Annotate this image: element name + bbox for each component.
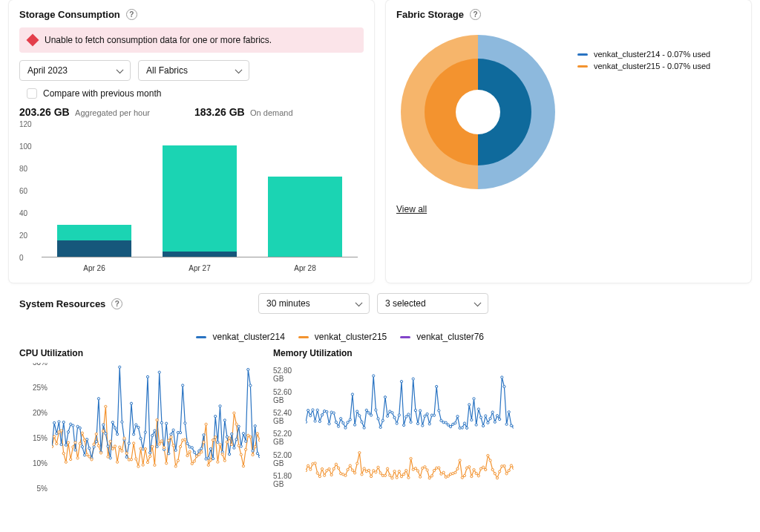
month-select[interactable]: April 2023	[19, 60, 131, 81]
svg-point-336	[459, 459, 461, 462]
svg-point-40	[144, 431, 146, 433]
svg-point-347	[485, 468, 487, 470]
svg-point-105	[86, 453, 88, 456]
svg-point-117	[114, 445, 116, 447]
help-icon[interactable]: ?	[470, 9, 481, 20]
svg-point-249	[465, 427, 468, 429]
svg-point-87	[254, 425, 256, 427]
cluster-count-select[interactable]: 3 selected	[377, 293, 488, 314]
svg-point-16	[88, 447, 91, 450]
svg-point-140	[168, 439, 170, 441]
svg-point-83	[245, 440, 247, 442]
svg-point-270	[306, 470, 307, 472]
svg-point-238	[440, 419, 442, 421]
svg-point-329	[442, 471, 445, 473]
svg-point-152	[195, 455, 197, 457]
svg-point-126	[135, 458, 137, 460]
ond-sub: On demand	[250, 108, 292, 117]
storage-consumption-card: Storage Consumption ? Unable to fetch co…	[9, 0, 374, 283]
svg-point-256	[482, 424, 485, 427]
svg-point-134	[154, 464, 156, 466]
svg-point-104	[83, 439, 85, 441]
svg-point-30	[121, 421, 123, 423]
svg-point-341	[471, 475, 473, 477]
svg-point-137	[160, 440, 163, 442]
svg-point-311	[400, 476, 402, 478]
svg-point-91	[53, 436, 56, 438]
fabric-select[interactable]: All Fabrics	[138, 60, 249, 81]
svg-point-115	[109, 440, 111, 442]
svg-point-36	[135, 424, 137, 426]
svg-point-127	[137, 465, 140, 467]
svg-point-254	[477, 408, 479, 410]
svg-point-116	[111, 447, 114, 450]
svg-point-97	[67, 441, 69, 444]
svg-point-154	[200, 451, 203, 453]
svg-point-51	[170, 433, 172, 436]
svg-point-165	[226, 441, 228, 443]
svg-point-287	[344, 474, 347, 476]
svg-point-181	[307, 410, 309, 412]
svg-point-183	[312, 409, 314, 411]
svg-point-195	[340, 418, 342, 420]
svg-point-161	[217, 461, 219, 463]
svg-point-219	[396, 422, 398, 424]
svg-point-167	[231, 443, 233, 445]
svg-point-223	[405, 416, 407, 418]
svg-point-28	[116, 433, 118, 436]
svg-point-82	[242, 433, 244, 435]
svg-point-314	[407, 476, 410, 479]
svg-point-131	[146, 462, 148, 464]
svg-point-318	[416, 470, 419, 472]
svg-point-182	[309, 415, 312, 417]
svg-point-193	[335, 421, 337, 423]
svg-point-292	[356, 462, 358, 464]
alert-text: Unable to fetch consumption data for one…	[45, 35, 272, 45]
svg-point-198	[347, 421, 349, 424]
svg-point-250	[468, 404, 471, 406]
compare-checkbox[interactable]: Compare with previous month	[27, 88, 364, 99]
svg-point-215	[387, 415, 389, 417]
svg-point-264	[501, 376, 503, 378]
svg-point-200	[351, 393, 353, 395]
svg-point-276	[318, 476, 321, 478]
svg-point-331	[447, 475, 449, 477]
svg-point-211	[377, 418, 379, 420]
svg-point-232	[426, 413, 428, 415]
svg-point-283	[335, 463, 337, 465]
help-icon[interactable]: ?	[126, 9, 137, 20]
checkbox-icon	[27, 88, 37, 99]
svg-point-291	[353, 472, 356, 474]
svg-point-44	[154, 430, 156, 432]
svg-point-67	[207, 457, 209, 459]
svg-point-6	[65, 444, 67, 446]
time-range-select[interactable]: 30 minutes	[258, 293, 370, 314]
svg-point-186	[318, 420, 321, 422]
svg-point-324	[430, 475, 433, 477]
svg-point-225	[410, 421, 412, 423]
fabric-title-text: Fabric Storage	[396, 9, 464, 20]
svg-point-90	[52, 445, 53, 447]
svg-point-205	[363, 427, 365, 429]
svg-point-166	[229, 437, 231, 439]
svg-point-171	[240, 453, 242, 456]
svg-point-218	[393, 416, 396, 418]
svg-point-76	[229, 453, 231, 455]
storage-bar-chart: 020406080100120 Apr 26Apr 27Apr 28	[19, 124, 364, 272]
svg-point-315	[410, 457, 412, 459]
svg-point-240	[445, 421, 447, 424]
view-all-link[interactable]: View all	[396, 204, 427, 214]
svg-point-22	[102, 424, 105, 426]
svg-point-35	[133, 433, 135, 436]
svg-point-284	[337, 467, 339, 469]
help-icon[interactable]: ?	[111, 298, 122, 309]
svg-point-359	[512, 467, 514, 469]
svg-point-92	[56, 442, 58, 444]
svg-point-23	[105, 433, 107, 435]
svg-point-346	[482, 466, 485, 468]
svg-point-38	[140, 437, 142, 439]
svg-point-180	[306, 421, 307, 423]
svg-point-306	[389, 474, 391, 476]
svg-point-344	[477, 475, 479, 477]
svg-point-357	[508, 470, 510, 472]
